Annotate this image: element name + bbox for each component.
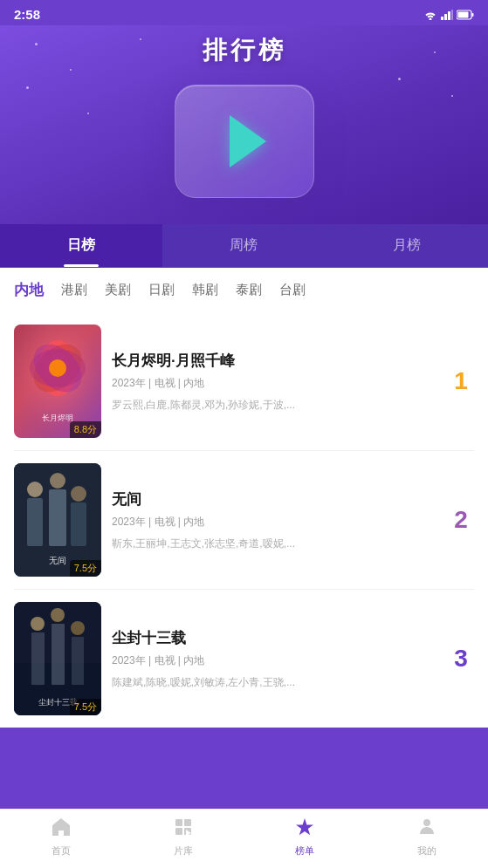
svg-point-19 bbox=[50, 473, 65, 489]
rank-number-3: 3 bbox=[448, 645, 474, 673]
nav-mine-label: 我的 bbox=[417, 844, 436, 858]
svg-point-28 bbox=[51, 608, 65, 622]
rank-meta-2: 2023年 | 电视 | 内地 bbox=[112, 515, 437, 530]
svg-point-29 bbox=[71, 621, 85, 635]
svg-rect-15 bbox=[27, 498, 43, 546]
rank-title-3: 尘封十三载 bbox=[112, 628, 437, 648]
score-badge-1: 8.8分 bbox=[70, 421, 101, 438]
time: 2:58 bbox=[14, 7, 40, 22]
svg-rect-16 bbox=[49, 489, 66, 546]
nav-mine[interactable]: 我的 bbox=[366, 817, 488, 858]
thumbnail-2: 无间 7.5分 bbox=[14, 463, 101, 577]
battery-icon bbox=[457, 10, 474, 20]
status-icons bbox=[423, 10, 474, 20]
rank-meta-3: 2023年 | 电视 | 内地 bbox=[112, 653, 437, 668]
rank-meta-1: 2023年 | 电视 | 内地 bbox=[112, 376, 437, 391]
svg-rect-6 bbox=[458, 11, 469, 17]
tab-daily[interactable]: 日榜 bbox=[0, 224, 162, 267]
category-us[interactable]: 美剧 bbox=[105, 280, 131, 300]
svg-rect-32 bbox=[184, 819, 191, 826]
rank-item-3[interactable]: 尘封十三载 7.5分 尘封十三载 2023年 | 电视 | 内地 陈建斌,陈晓,… bbox=[14, 590, 474, 728]
score-badge-2: 7.5分 bbox=[70, 560, 101, 577]
svg-text:长月烬明: 长月烬明 bbox=[42, 413, 73, 422]
rank-cast-3: 陈建斌,陈晓,嗳妮,刘敏涛,左小青,王骁,... bbox=[112, 675, 437, 690]
rank-cast-2: 靳东,王丽坤,王志文,张志坚,奇道,嗳妮,... bbox=[112, 537, 437, 551]
category-tw[interactable]: 台剧 bbox=[279, 280, 306, 300]
page-title: 排行榜 bbox=[0, 34, 488, 67]
svg-rect-5 bbox=[472, 13, 474, 17]
signal-icon bbox=[441, 10, 453, 20]
svg-rect-17 bbox=[71, 502, 86, 546]
category-th[interactable]: 泰剧 bbox=[236, 280, 262, 300]
svg-rect-0 bbox=[441, 17, 443, 20]
svg-rect-24 bbox=[31, 632, 45, 685]
category-jp[interactable]: 日剧 bbox=[148, 280, 175, 300]
hero-play-area[interactable] bbox=[0, 67, 488, 224]
rank-item-1[interactable]: 长月烬明 8.8分 长月烬明·月照千峰 2023年 | 电视 | 内地 罗云熙,… bbox=[14, 312, 474, 451]
nav-library[interactable]: 片库 bbox=[122, 817, 244, 858]
nav-library-label: 片库 bbox=[174, 844, 193, 858]
svg-point-12 bbox=[49, 359, 66, 377]
mine-icon bbox=[416, 817, 437, 841]
nav-home-label: 首页 bbox=[52, 844, 71, 858]
tab-bar: 日榜 周榜 月榜 bbox=[0, 224, 488, 268]
svg-rect-33 bbox=[175, 828, 182, 835]
library-icon bbox=[173, 817, 194, 841]
rank-info-3: 尘封十三载 2023年 | 电视 | 内地 陈建斌,陈晓,嗳妮,刘敏涛,左小青,… bbox=[112, 628, 437, 690]
rank-number-1: 1 bbox=[448, 367, 474, 395]
rank-list: 长月烬明 8.8分 长月烬明·月照千峰 2023年 | 电视 | 内地 罗云熙,… bbox=[0, 312, 488, 728]
nav-ranking-label: 榜单 bbox=[295, 844, 314, 858]
bottom-nav: 首页 片库 榜单 我的 bbox=[0, 809, 488, 868]
rank-cast-1: 罗云熙,白鹿,陈都灵,邓为,孙珍妮,于波,... bbox=[112, 398, 437, 413]
svg-point-36 bbox=[423, 819, 430, 826]
svg-point-20 bbox=[71, 486, 86, 502]
nav-ranking[interactable]: 榜单 bbox=[244, 817, 367, 858]
play-triangle-icon bbox=[230, 115, 266, 167]
svg-point-18 bbox=[27, 482, 43, 497]
category-hk[interactable]: 港剧 bbox=[61, 280, 87, 300]
wifi-icon bbox=[423, 10, 437, 20]
rank-number-2: 2 bbox=[448, 506, 474, 534]
svg-rect-3 bbox=[451, 10, 453, 20]
svg-rect-26 bbox=[72, 637, 84, 685]
svg-rect-31 bbox=[175, 819, 182, 826]
category-mainland[interactable]: 内地 bbox=[14, 278, 44, 302]
svg-rect-1 bbox=[444, 14, 447, 20]
category-kr[interactable]: 韩剧 bbox=[192, 280, 218, 300]
rank-item-2[interactable]: 无间 7.5分 无间 2023年 | 电视 | 内地 靳东,王丽坤,王志文,张志… bbox=[14, 451, 474, 590]
home-icon bbox=[51, 817, 72, 841]
tab-monthly[interactable]: 月榜 bbox=[326, 224, 488, 267]
ranking-icon bbox=[294, 817, 315, 841]
thumbnail-1: 长月烬明 8.8分 bbox=[14, 325, 101, 438]
thumbnail-3: 尘封十三载 7.5分 bbox=[14, 602, 101, 715]
play-box[interactable] bbox=[175, 85, 314, 198]
status-bar: 2:58 bbox=[0, 0, 488, 25]
header: 排行榜 bbox=[0, 25, 488, 224]
rank-info-2: 无间 2023年 | 电视 | 内地 靳东,王丽坤,王志文,张志坚,奇道,嗳妮,… bbox=[112, 489, 437, 551]
tab-weekly[interactable]: 周榜 bbox=[162, 224, 325, 267]
nav-home[interactable]: 首页 bbox=[0, 817, 122, 858]
svg-rect-2 bbox=[448, 11, 450, 20]
score-badge-3: 7.5分 bbox=[70, 699, 101, 715]
category-bar: 内地 港剧 美剧 日剧 韩剧 泰剧 台剧 bbox=[0, 268, 488, 312]
rank-title-2: 无间 bbox=[112, 489, 437, 509]
svg-rect-25 bbox=[52, 624, 65, 685]
rank-title-1: 长月烬明·月照千峰 bbox=[112, 351, 437, 371]
svg-text:无间: 无间 bbox=[49, 556, 66, 565]
rank-info-1: 长月烬明·月照千峰 2023年 | 电视 | 内地 罗云熙,白鹿,陈都灵,邓为,… bbox=[112, 351, 437, 413]
svg-point-27 bbox=[31, 617, 45, 631]
